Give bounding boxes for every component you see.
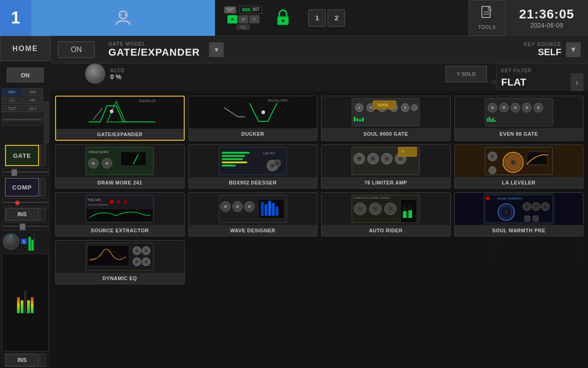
gate-button[interactable]: GATE xyxy=(5,145,39,166)
monitor-btn-2[interactable]: 2 xyxy=(328,9,345,27)
svg-rect-52 xyxy=(487,118,488,122)
svg-rect-152 xyxy=(88,245,129,266)
plugin-gate-expander[interactable]: ENVELOPE GATE/EXPANDER xyxy=(55,96,185,141)
sip-block: SIP 48K INT A B C SC xyxy=(224,6,262,30)
key-solo-button[interactable]: Y SOLO xyxy=(446,66,487,82)
svg-point-2 xyxy=(124,14,126,15)
svg-point-49 xyxy=(526,106,528,109)
plugin-autorider[interactable]: THRESHOLD TARG. SPEED xyxy=(321,192,451,236)
plugin-drawmore[interactable]: DRAW MORE xyxy=(55,144,185,189)
svg-point-51 xyxy=(537,106,540,109)
plugin-laleveler[interactable]: LA LEVELER xyxy=(454,144,584,189)
plugin-source[interactable]: PSE-545 Source Extractor xyxy=(55,192,185,236)
acce-label: ACCE xyxy=(110,68,125,73)
sample-rate: 48K INT xyxy=(239,6,262,14)
svg-point-1 xyxy=(120,14,121,15)
lock-icon[interactable] xyxy=(271,6,294,29)
btn-a[interactable]: A xyxy=(227,15,237,23)
svg-point-26 xyxy=(370,107,372,109)
svg-rect-54 xyxy=(491,119,492,122)
tools-block[interactable]: TOOLS xyxy=(469,0,505,36)
svg-point-43 xyxy=(491,106,494,109)
svg-rect-119 xyxy=(272,203,275,216)
autorider-name: AUTO RIDER xyxy=(367,225,404,236)
svg-rect-71 xyxy=(222,161,247,163)
svg-rect-70 xyxy=(222,158,243,160)
channel-controls: 48V INV LC HC TILT DLY xyxy=(0,87,51,114)
svg-text:Lqp 302: Lqp 302 xyxy=(263,151,275,155)
inv-btn[interactable]: INV xyxy=(23,88,43,96)
key-source-dropdown[interactable]: ▼ xyxy=(566,42,581,57)
btn-b[interactable]: B xyxy=(238,15,249,23)
plugin-wavedesign[interactable]: WAVE DESIGNER xyxy=(188,192,318,236)
svg-point-106 xyxy=(124,200,127,204)
plugin-even88[interactable]: EVEN 88 GATE xyxy=(454,96,584,141)
tilt-btn[interactable]: TILT xyxy=(2,105,22,112)
svg-point-110 xyxy=(224,205,227,208)
clock-time: 21:36:05 xyxy=(519,7,574,22)
drawmore-name: DRAW MORE 241 xyxy=(96,177,144,188)
ins2-button[interactable]: INS xyxy=(5,354,39,367)
svg-point-125 xyxy=(358,207,362,211)
gate-model-info: GATE MODEL GATE/EXPANDER xyxy=(108,41,200,58)
main-fader[interactable] xyxy=(2,253,49,351)
pan-knob[interactable] xyxy=(3,233,19,250)
svg-point-98 xyxy=(489,167,496,174)
channel-number[interactable]: 1 xyxy=(0,0,31,36)
svg-text:ENVELOPE: ENVELOPE xyxy=(268,98,288,103)
plugin-soulwarmth[interactable]: SONIC WARMTH xyxy=(454,192,584,236)
ins1-button[interactable]: INS xyxy=(5,208,39,221)
soulwarmth-name: SOUL WARMTH PRE xyxy=(490,225,547,236)
monitor-btn-1[interactable]: 1 xyxy=(308,9,326,27)
acce-section: ACCE 0 % xyxy=(110,68,125,80)
svg-text:76: 76 xyxy=(401,150,405,154)
main-area: HOME ON 48V INV LC HC TILT DLY GATE xyxy=(0,36,588,368)
sip-label: SIP xyxy=(224,6,236,13)
comp-button[interactable]: COMP xyxy=(5,178,39,196)
hc-btn[interactable]: HC xyxy=(23,97,43,104)
plugin-ducker[interactable]: ENVELOPE DUCKER xyxy=(188,96,318,141)
svg-point-47 xyxy=(514,106,517,109)
laleveler-thumb xyxy=(455,145,583,177)
clock-block: 21:36:05 2024-06-09 xyxy=(505,0,588,36)
svg-point-85 xyxy=(385,157,389,161)
bdx902-thumb: Lqp 302 xyxy=(189,145,317,177)
svg-point-156 xyxy=(145,249,147,252)
svg-rect-147 xyxy=(525,216,530,221)
gate-model-dropdown[interactable]: ▼ xyxy=(209,42,224,57)
svg-point-144 xyxy=(535,205,537,208)
lc-btn[interactable]: LC xyxy=(2,97,22,104)
plugin-limiter76[interactable]: 76 76 LIMITER AMP xyxy=(321,144,451,189)
soulwarmth-thumb: SONIC WARMTH xyxy=(455,193,583,225)
svg-point-97 xyxy=(491,155,494,158)
on-toggle[interactable]: ON xyxy=(58,41,95,58)
drawmore-thumb: DRAW MORE xyxy=(56,145,184,177)
acce-knob[interactable] xyxy=(85,63,105,84)
wavedesign-thumb xyxy=(189,193,317,225)
svg-point-4 xyxy=(282,19,284,22)
gate-model-label: GATE MODEL xyxy=(108,41,200,46)
svg-text:Source Extractor: Source Extractor xyxy=(88,203,108,206)
on-button[interactable]: ON xyxy=(7,68,44,82)
plugin-soul9000[interactable]: SOUL SOUL 9000 GATE xyxy=(321,96,451,141)
plugin-bdx902[interactable]: Lqp 302 BDX902 DEESSER xyxy=(188,144,318,189)
soul9000-name: SOUL 9000 GATE xyxy=(362,128,410,139)
svg-point-19 xyxy=(261,110,265,114)
plugin-grid: ENVELOPE GATE/EXPANDER xyxy=(55,96,583,284)
home-button[interactable]: HOME xyxy=(0,36,51,61)
bdx902-name: BDX902 DEESSER xyxy=(227,177,278,188)
gate-model-value: GATE/EXPANDER xyxy=(108,46,200,58)
plugin-dynamiceq[interactable]: DYNAMIC EQ xyxy=(55,240,185,284)
48v-btn[interactable]: 48V xyxy=(2,88,22,96)
left-sidebar: HOME ON 48V INV LC HC TILT DLY GATE xyxy=(0,36,51,368)
btn-c[interactable]: C xyxy=(249,15,260,23)
svg-rect-35 xyxy=(356,118,358,121)
dly-btn[interactable]: DLY xyxy=(23,105,43,112)
svg-point-142 xyxy=(526,205,528,208)
svg-point-160 xyxy=(145,260,147,263)
svg-point-114 xyxy=(248,205,251,208)
soul9000-thumb: SOUL xyxy=(322,96,450,128)
svg-rect-95 xyxy=(527,152,548,165)
key-filter-next-arrow[interactable]: › xyxy=(571,73,583,92)
clock-date: 2024-06-09 xyxy=(530,22,563,29)
